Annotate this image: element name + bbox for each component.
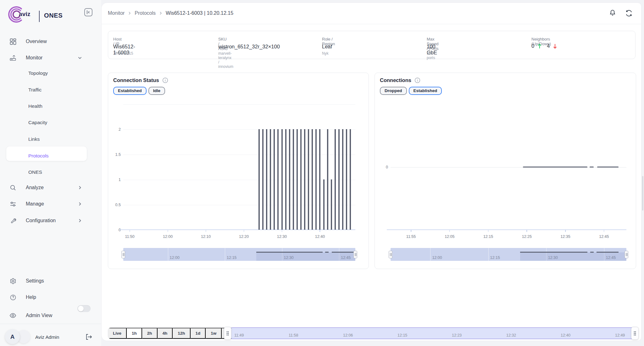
range-button-12h[interactable]: 12h	[173, 328, 190, 339]
breadcrumb-protocols[interactable]: Protocols	[135, 10, 156, 16]
chevron-right-icon	[77, 218, 82, 223]
sidebar-item-settings[interactable]: Settings	[0, 274, 101, 288]
legend-chip-established[interactable]: Established	[113, 87, 147, 95]
connection-status-panel: Connection Status Established Idle 00.51…	[108, 73, 369, 269]
logout-button[interactable]	[85, 333, 92, 341]
navigator-data-line	[590, 252, 594, 253]
info-icon[interactable]	[414, 77, 420, 83]
sidebar-item-topology[interactable]: Topology	[0, 66, 101, 80]
bar	[297, 129, 298, 230]
bar	[350, 129, 351, 230]
navigator-data-line	[520, 252, 587, 253]
navigator-separator	[225, 248, 225, 261]
sidebar-item-label: Help	[26, 294, 36, 300]
sidebar-item-traffic[interactable]: Traffic	[0, 83, 101, 97]
timeline-label: 11:58	[289, 333, 298, 338]
sidebar-item-ones[interactable]: ONES	[0, 165, 101, 179]
navigator-right-handle[interactable]	[353, 251, 357, 258]
sidebar-item-label: Manage	[26, 201, 44, 207]
y-axis-label: 1.5	[113, 152, 121, 157]
connection-status-navigator[interactable]: 12:0012:1512:3012:45	[123, 248, 355, 261]
product-name: ONES	[44, 12, 63, 19]
bar	[277, 129, 279, 230]
sidebar-item-analyze[interactable]: Analyze	[0, 180, 101, 195]
navigator-left-handle[interactable]	[389, 251, 392, 258]
navigator-data-shade	[256, 252, 355, 261]
bar	[270, 129, 271, 230]
breadcrumb-monitor[interactable]: Monitor	[108, 10, 125, 16]
y-gridline	[123, 104, 355, 105]
range-button-live[interactable]: Live	[108, 328, 127, 339]
page-header: Monitor Protocols Wis6512-1-6003 | 10.20…	[102, 3, 641, 24]
range-button-1w[interactable]: 1w	[206, 328, 222, 339]
sidebar-item-capacity[interactable]: Capacity	[0, 115, 101, 130]
timeline-left-handle[interactable]	[224, 327, 231, 340]
connections-chart: 011:5512:0512:1512:2512:3512:45	[391, 104, 626, 230]
sidebar-item-label: Overview	[26, 39, 47, 44]
legend-chip-dropped[interactable]: Dropped	[380, 87, 407, 95]
sidebar-item-protocols[interactable]: Protocols	[0, 149, 101, 163]
sidebar-item-manage[interactable]: Manage	[0, 197, 101, 211]
sidebar-item-help[interactable]: Help	[0, 290, 101, 305]
connections-navigator[interactable]: 12:0012:1512:3012:45	[391, 248, 626, 261]
question-circle-icon	[9, 294, 16, 301]
navigator-data-line	[256, 252, 323, 253]
range-button-2h[interactable]: 2h	[142, 328, 158, 339]
bar	[308, 129, 309, 230]
line-segment	[590, 167, 593, 168]
x-axis-tick	[565, 230, 566, 232]
chevron-right-icon	[77, 201, 82, 206]
legend-chip-established[interactable]: Established	[409, 87, 442, 95]
sidebar-item-label: Health	[28, 103, 42, 109]
sidebar-item-configuration[interactable]: Configuration	[0, 213, 101, 228]
scrollbar-thumb[interactable]	[642, 176, 643, 211]
sidebar-item-overview[interactable]: Overview	[0, 34, 101, 49]
timeline-label: 12:49	[615, 333, 625, 338]
range-button-4h[interactable]: 4h	[158, 328, 173, 339]
range-button-1d[interactable]: 1d	[191, 328, 206, 339]
y-axis-label: 0.5	[113, 203, 121, 207]
bar	[281, 129, 283, 230]
bar	[312, 129, 313, 230]
legend-chip-idle[interactable]: Idle	[148, 87, 165, 95]
wrench-icon	[9, 217, 16, 224]
sidebar-item-label: Capacity	[28, 120, 47, 125]
x-axis-tick	[604, 230, 604, 232]
info-value: Leaf	[322, 44, 332, 50]
range-button-1h[interactable]: 1h	[127, 328, 142, 339]
timeline-label: 12:15	[397, 333, 407, 338]
sidebar-item-label: ONES	[28, 169, 42, 175]
x-axis-label: 12:35	[560, 234, 570, 239]
sidebar-item-monitor[interactable]: Monitor	[0, 51, 101, 65]
drag-dots-icon	[633, 331, 636, 336]
timeline-label: 12:23	[452, 333, 462, 338]
logout-icon	[85, 333, 92, 341]
collapse-icon	[86, 10, 91, 14]
navigator-separator	[488, 248, 489, 261]
line-segment	[523, 167, 587, 168]
navigator-right-handle[interactable]	[625, 251, 628, 258]
navigator-left-handle[interactable]	[121, 251, 125, 258]
avatar[interactable]: A	[5, 329, 20, 344]
timeline-brush[interactable]: 11:4911:5812:0612:1512:2312:3212:4012:49	[231, 327, 635, 339]
info-sub: Nyk	[322, 51, 329, 56]
timeline-right-handle[interactable]	[631, 327, 639, 340]
admin-view-toggle[interactable]	[77, 305, 91, 312]
bar	[304, 129, 305, 230]
x-axis-label: 12:20	[239, 234, 249, 239]
notifications-button[interactable]	[608, 9, 617, 17]
x-axis-label: 11:50	[125, 234, 134, 239]
bar	[300, 129, 302, 230]
sidebar-collapse-button[interactable]	[84, 8, 92, 16]
info-icon[interactable]	[162, 77, 168, 83]
refresh-button[interactable]	[625, 9, 633, 17]
arrow-up-icon	[537, 43, 542, 49]
brand-name: aviz	[19, 11, 31, 18]
sidebar-item-health[interactable]: Health	[0, 99, 101, 113]
navigator-label: 12:15	[227, 255, 236, 260]
bar	[323, 179, 325, 230]
x-axis-label: 12:45	[599, 234, 609, 239]
sidebar-item-links[interactable]: Links	[0, 132, 101, 146]
x-axis-tick	[527, 230, 527, 232]
x-axis-label: 12:25	[522, 234, 532, 239]
